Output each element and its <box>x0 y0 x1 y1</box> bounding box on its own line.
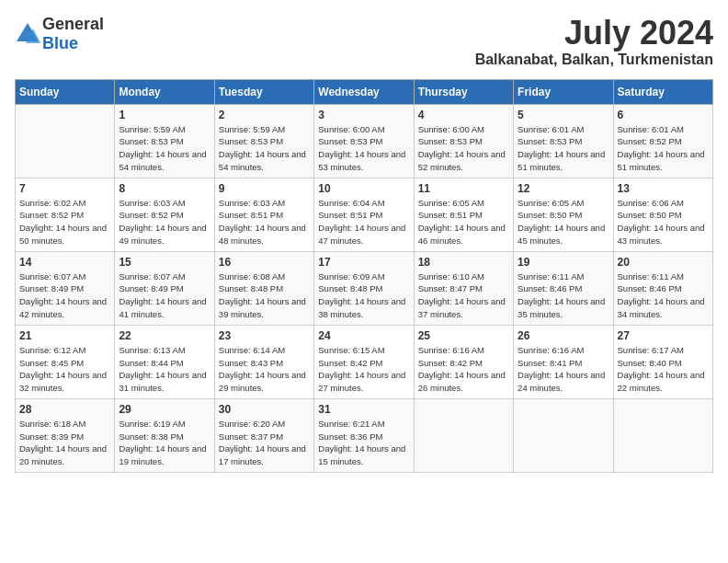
calendar-cell: 30Sunrise: 6:20 AMSunset: 8:37 PMDayligh… <box>214 398 313 472</box>
calendar-week-row-4: 21Sunrise: 6:12 AMSunset: 8:45 PMDayligh… <box>16 325 713 398</box>
logo: General Blue <box>15 15 104 53</box>
header-day-monday: Monday <box>115 79 214 104</box>
calendar-cell: 25Sunrise: 6:16 AMSunset: 8:42 PMDayligh… <box>414 325 513 398</box>
day-info: Sunrise: 6:14 AMSunset: 8:43 PMDaylight:… <box>219 344 310 395</box>
day-number: 30 <box>219 403 310 416</box>
day-number: 23 <box>219 329 310 342</box>
calendar-cell: 9Sunrise: 6:03 AMSunset: 8:51 PMDaylight… <box>214 178 313 251</box>
calendar-cell: 24Sunrise: 6:15 AMSunset: 8:42 PMDayligh… <box>314 325 414 398</box>
day-info: Sunrise: 6:11 AMSunset: 8:46 PMDaylight:… <box>618 270 709 321</box>
day-number: 27 <box>618 329 709 342</box>
day-number: 7 <box>19 182 110 195</box>
calendar-cell: 27Sunrise: 6:17 AMSunset: 8:40 PMDayligh… <box>613 325 712 398</box>
day-number: 26 <box>518 329 609 342</box>
page-header: General Blue July 2024 Balkanabat, Balka… <box>15 15 713 68</box>
day-info: Sunrise: 6:17 AMSunset: 8:40 PMDaylight:… <box>618 344 709 395</box>
day-info: Sunrise: 6:16 AMSunset: 8:42 PMDaylight:… <box>418 344 509 395</box>
day-number: 11 <box>418 182 509 195</box>
day-number: 12 <box>518 182 609 195</box>
calendar-cell: 18Sunrise: 6:10 AMSunset: 8:47 PMDayligh… <box>414 251 513 325</box>
day-number: 3 <box>318 109 409 121</box>
day-number: 17 <box>318 256 409 269</box>
calendar-cell: 6Sunrise: 6:01 AMSunset: 8:52 PMDaylight… <box>613 104 712 178</box>
calendar-cell: 28Sunrise: 6:18 AMSunset: 8:39 PMDayligh… <box>16 398 115 472</box>
calendar-cell: 10Sunrise: 6:04 AMSunset: 8:51 PMDayligh… <box>314 178 414 251</box>
day-info: Sunrise: 5:59 AMSunset: 8:53 PMDaylight:… <box>119 123 210 174</box>
calendar-cell: 2Sunrise: 5:59 AMSunset: 8:53 PMDaylight… <box>214 104 313 178</box>
day-number: 28 <box>19 403 110 416</box>
day-info: Sunrise: 6:00 AMSunset: 8:53 PMDaylight:… <box>418 123 509 174</box>
calendar-cell: 29Sunrise: 6:19 AMSunset: 8:38 PMDayligh… <box>115 398 214 472</box>
day-info: Sunrise: 6:09 AMSunset: 8:48 PMDaylight:… <box>318 270 409 321</box>
header-day-saturday: Saturday <box>613 79 712 104</box>
calendar-cell: 13Sunrise: 6:06 AMSunset: 8:50 PMDayligh… <box>613 178 712 251</box>
location-subtitle: Balkanabat, Balkan, Turkmenistan <box>475 52 713 68</box>
day-info: Sunrise: 6:20 AMSunset: 8:37 PMDaylight:… <box>219 418 310 468</box>
day-info: Sunrise: 6:06 AMSunset: 8:50 PMDaylight:… <box>618 197 709 247</box>
day-number: 16 <box>219 256 310 269</box>
day-number: 18 <box>418 256 509 269</box>
day-number: 6 <box>618 109 709 121</box>
calendar-cell: 22Sunrise: 6:13 AMSunset: 8:44 PMDayligh… <box>115 325 214 398</box>
calendar-cell <box>16 104 115 178</box>
calendar-cell: 17Sunrise: 6:09 AMSunset: 8:48 PMDayligh… <box>314 251 414 325</box>
day-number: 8 <box>119 182 210 195</box>
month-year-title: July 2024 <box>475 15 713 52</box>
calendar-table: SundayMondayTuesdayWednesdayThursdayFrid… <box>15 79 713 473</box>
day-info: Sunrise: 6:18 AMSunset: 8:39 PMDaylight:… <box>19 418 110 468</box>
day-info: Sunrise: 6:13 AMSunset: 8:44 PMDaylight:… <box>119 344 210 395</box>
day-number: 9 <box>219 182 310 195</box>
day-info: Sunrise: 6:15 AMSunset: 8:42 PMDaylight:… <box>318 344 409 395</box>
calendar-week-row-1: 1Sunrise: 5:59 AMSunset: 8:53 PMDaylight… <box>16 104 713 178</box>
day-info: Sunrise: 6:05 AMSunset: 8:50 PMDaylight:… <box>518 197 609 247</box>
calendar-week-row-3: 14Sunrise: 6:07 AMSunset: 8:49 PMDayligh… <box>16 251 713 325</box>
calendar-cell: 26Sunrise: 6:16 AMSunset: 8:41 PMDayligh… <box>514 325 613 398</box>
calendar-cell: 1Sunrise: 5:59 AMSunset: 8:53 PMDaylight… <box>115 104 214 178</box>
calendar-cell: 8Sunrise: 6:03 AMSunset: 8:52 PMDaylight… <box>115 178 214 251</box>
day-number: 31 <box>318 403 409 416</box>
day-info: Sunrise: 5:59 AMSunset: 8:53 PMDaylight:… <box>219 123 310 174</box>
calendar-cell: 31Sunrise: 6:21 AMSunset: 8:36 PMDayligh… <box>314 398 414 472</box>
calendar-cell: 14Sunrise: 6:07 AMSunset: 8:49 PMDayligh… <box>16 251 115 325</box>
calendar-cell: 15Sunrise: 6:07 AMSunset: 8:49 PMDayligh… <box>115 251 214 325</box>
calendar-cell: 4Sunrise: 6:00 AMSunset: 8:53 PMDaylight… <box>414 104 513 178</box>
day-number: 14 <box>19 256 110 269</box>
logo-text: General Blue <box>42 15 104 53</box>
calendar-cell <box>613 398 712 472</box>
header-day-sunday: Sunday <box>16 79 115 104</box>
header-day-thursday: Thursday <box>414 79 513 104</box>
header-day-tuesday: Tuesday <box>214 79 313 104</box>
calendar-cell: 20Sunrise: 6:11 AMSunset: 8:46 PMDayligh… <box>613 251 712 325</box>
day-number: 24 <box>318 329 409 342</box>
calendar-week-row-2: 7Sunrise: 6:02 AMSunset: 8:52 PMDaylight… <box>16 178 713 251</box>
day-number: 1 <box>119 109 210 121</box>
day-info: Sunrise: 6:19 AMSunset: 8:38 PMDaylight:… <box>119 418 210 468</box>
calendar-cell: 12Sunrise: 6:05 AMSunset: 8:50 PMDayligh… <box>514 178 613 251</box>
day-info: Sunrise: 6:03 AMSunset: 8:52 PMDaylight:… <box>119 197 210 247</box>
day-number: 20 <box>618 256 709 269</box>
day-info: Sunrise: 6:02 AMSunset: 8:52 PMDaylight:… <box>19 197 110 247</box>
day-number: 15 <box>119 256 210 269</box>
day-info: Sunrise: 6:08 AMSunset: 8:48 PMDaylight:… <box>219 270 310 321</box>
day-info: Sunrise: 6:21 AMSunset: 8:36 PMDaylight:… <box>318 418 409 468</box>
day-info: Sunrise: 6:01 AMSunset: 8:53 PMDaylight:… <box>518 123 609 174</box>
day-number: 29 <box>119 403 210 416</box>
calendar-cell <box>514 398 613 472</box>
calendar-cell: 19Sunrise: 6:11 AMSunset: 8:46 PMDayligh… <box>514 251 613 325</box>
calendar-week-row-5: 28Sunrise: 6:18 AMSunset: 8:39 PMDayligh… <box>16 398 713 472</box>
day-info: Sunrise: 6:10 AMSunset: 8:47 PMDaylight:… <box>418 270 509 321</box>
calendar-cell: 3Sunrise: 6:00 AMSunset: 8:53 PMDaylight… <box>314 104 414 178</box>
calendar-header-row: SundayMondayTuesdayWednesdayThursdayFrid… <box>16 79 713 104</box>
day-number: 2 <box>219 109 310 121</box>
day-number: 4 <box>418 109 509 121</box>
day-info: Sunrise: 6:07 AMSunset: 8:49 PMDaylight:… <box>19 270 110 321</box>
day-info: Sunrise: 6:03 AMSunset: 8:51 PMDaylight:… <box>219 197 310 247</box>
day-number: 10 <box>318 182 409 195</box>
day-number: 19 <box>518 256 609 269</box>
day-info: Sunrise: 6:16 AMSunset: 8:41 PMDaylight:… <box>518 344 609 395</box>
day-number: 22 <box>119 329 210 342</box>
logo-general: General <box>42 15 104 33</box>
calendar-cell: 5Sunrise: 6:01 AMSunset: 8:53 PMDaylight… <box>514 104 613 178</box>
logo-blue: Blue <box>42 34 78 52</box>
calendar-cell <box>414 398 513 472</box>
